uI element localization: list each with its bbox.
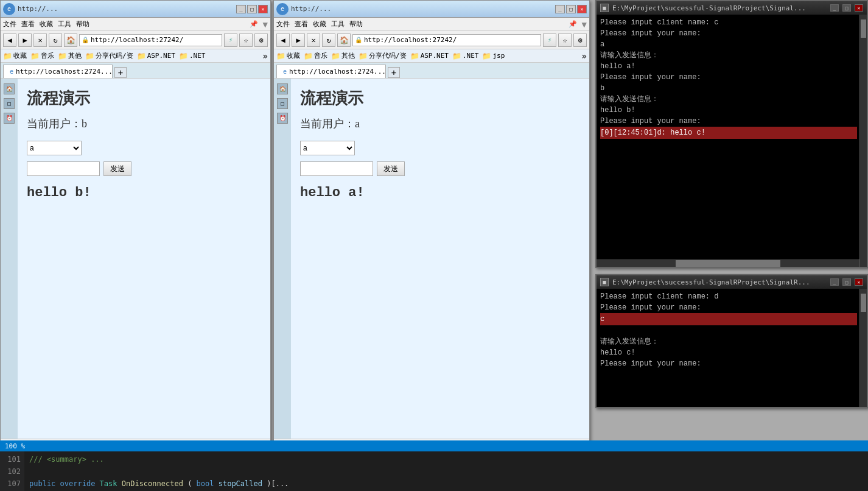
menu-view-1[interactable]: 查看 (21, 19, 35, 29)
menu-help-2[interactable]: 帮助 (349, 19, 363, 29)
browser-menubar-2: 文件 查看 收藏 工具 帮助 📌 ▼ (274, 18, 589, 31)
console-close-btn-2[interactable]: ✕ (855, 278, 863, 286)
pin-btn-1[interactable]: 📌 (250, 20, 258, 28)
browser-tab-2[interactable]: e http://localhost:2724... ✕ (276, 65, 386, 78)
forward-btn-2[interactable]: ▶ (292, 34, 305, 47)
browser-content-1: 🏠 □ ⏰ 流程演示 当前用户：b a b 发送 hello b! (1, 79, 270, 439)
menu-file-1[interactable]: 文件 (3, 19, 16, 29)
minimize-btn-1[interactable]: _ (236, 5, 246, 13)
more-bookmarks-1[interactable]: » (263, 51, 268, 61)
message-input-2[interactable] (300, 161, 373, 176)
go-btn-2[interactable]: ⚡ (543, 34, 556, 47)
bookmark-aspnet-1[interactable]: 📁 ASP.NET (137, 52, 175, 60)
bookmark-net-1[interactable]: 📁 .NET (179, 52, 206, 60)
bookmark-jsp-2[interactable]: 📁 jsp (482, 52, 505, 60)
bookmark-net-2[interactable]: 📁 .NET (452, 52, 479, 60)
console-content-1: Please input client name: c Please input… (597, 15, 867, 141)
back-btn-2[interactable]: ◀ (276, 34, 290, 47)
bookmark-favorites-1[interactable]: 📁 收藏 (3, 51, 27, 60)
menu-view-2[interactable]: 查看 (295, 19, 308, 29)
sidebar-clock-icon-2[interactable]: ⏰ (277, 113, 288, 124)
page-sidebar-1: 🏠 □ ⏰ (1, 79, 18, 439)
sidebar-home-icon-1[interactable]: 🏠 (4, 83, 15, 94)
new-tab-btn-1[interactable]: + (114, 67, 127, 78)
refresh-btn-2[interactable]: ↻ (322, 34, 335, 47)
folder-icon-3: 📁 (58, 52, 67, 60)
restore-btn-1[interactable]: □ (247, 5, 257, 13)
close-btn-1[interactable]: ✕ (258, 5, 268, 13)
home-btn-2[interactable]: 🏠 (337, 34, 351, 47)
menu-favorites-1[interactable]: 收藏 (40, 19, 53, 29)
star-btn-2[interactable]: ☆ (558, 34, 572, 47)
sidebar-doc-icon-2[interactable]: □ (277, 98, 288, 109)
console-restore-btn-1[interactable]: □ (842, 4, 851, 12)
restore-btn-2[interactable]: □ (566, 5, 576, 13)
more-bookmarks-2[interactable]: » (582, 51, 587, 61)
console-line-1-3: a (600, 40, 604, 49)
console-restore-btn-2[interactable]: □ (842, 278, 851, 286)
browser-tab-1[interactable]: e http://localhost:2724... ✕ (3, 65, 113, 78)
user-select-1[interactable]: a b (27, 141, 82, 155)
menu-tools-2[interactable]: 工具 (331, 19, 345, 29)
message-input-1[interactable] (27, 161, 100, 176)
console-hscrollbar-1[interactable] (597, 260, 859, 267)
code-line-1: /// <summary> ... (29, 453, 863, 465)
address-bar-1[interactable]: 🔒 http://localhost:27242/ (79, 34, 222, 46)
console-scrollbar-2[interactable] (859, 289, 867, 407)
console-min-btn-1[interactable]: _ (830, 4, 839, 12)
go-btn-1[interactable]: ⚡ (224, 34, 237, 47)
user-select-2[interactable]: a b (300, 141, 355, 155)
bookmark-other-1[interactable]: 📁 其他 (58, 51, 82, 60)
bookmark-music-2[interactable]: 📁 音乐 (304, 51, 327, 60)
home-btn-1[interactable]: 🏠 (64, 34, 77, 47)
tool-btn-2[interactable]: ⚙ (573, 34, 587, 47)
tab-label-2: http://localhost:2724... (289, 68, 386, 76)
console-close-btn-1[interactable]: ✕ (855, 4, 863, 12)
browser-toolbar-1: ◀ ▶ ✕ ↻ 🏠 🔒 http://localhost:27242/ ⚡ ☆ … (1, 31, 270, 49)
pin-btn-2[interactable]: 📌 (569, 20, 577, 28)
sidebar-clock-icon-1[interactable]: ⏰ (4, 113, 15, 124)
expand-btn-1[interactable]: ▼ (263, 19, 268, 29)
console-title-text-2: E:\MyProject\successful-SignalRProject\S… (612, 278, 827, 286)
bookmark-share-1[interactable]: 📁 分享代码/资 (85, 51, 133, 60)
bookmark-aspnet-2[interactable]: 📁 ASP.NET (410, 52, 449, 60)
console-titlebar-1: ■ E:\MyProject\successful-SignalRProject… (597, 1, 867, 15)
message-row-2: 发送 (300, 161, 580, 176)
send-button-1[interactable]: 发送 (103, 161, 131, 176)
console-highlight-2: c (600, 313, 857, 325)
refresh-btn-1[interactable]: ↻ (49, 34, 62, 47)
send-button-2[interactable]: 发送 (377, 161, 405, 176)
bookmark-other-2[interactable]: 📁 其他 (331, 51, 355, 60)
bookmark-favorites-2[interactable]: 📁 收藏 (276, 51, 300, 60)
console-scrollbar-1[interactable] (859, 15, 867, 267)
message-display-1: hello b! (27, 185, 261, 200)
sidebar-home-icon-2[interactable]: 🏠 (277, 83, 288, 94)
expand-btn-2[interactable]: ▼ (582, 19, 587, 29)
bookmark-label-5: ASP.NET (147, 52, 175, 60)
console-min-btn-2[interactable]: _ (830, 278, 839, 286)
menu-help-1[interactable]: 帮助 (76, 19, 89, 29)
bookmark-music-1[interactable]: 📁 音乐 (30, 51, 54, 60)
menu-file-2[interactable]: 文件 (276, 19, 290, 29)
bookmark-share-2[interactable]: 📁 分享代码/资 (359, 51, 407, 60)
address-bar-2[interactable]: 🔒 http://localhost:27242/ (352, 34, 541, 46)
folder-icon-b5: 📁 (410, 52, 419, 60)
sidebar-doc-icon-1[interactable]: □ (4, 98, 15, 109)
back-btn-1[interactable]: ◀ (3, 34, 16, 47)
tool-btn-1[interactable]: ⚙ (254, 34, 268, 47)
minimize-btn-2[interactable]: _ (555, 5, 565, 13)
page-title-2: 流程演示 (300, 88, 580, 109)
browser-window-1: e http://... _ □ ✕ 文件 查看 收藏 工具 帮助 📌 ▼ ◀ … (0, 0, 271, 454)
bookmark-label-b4: 分享代码/资 (369, 51, 407, 60)
menu-favorites-2[interactable]: 收藏 (313, 19, 326, 29)
stop-btn-1[interactable]: ✕ (33, 34, 47, 47)
star-btn-1[interactable]: ☆ (239, 34, 253, 47)
close-btn-2[interactable]: ✕ (577, 5, 587, 13)
console-line-1-10: Please input your name: (600, 117, 701, 125)
console-scrollbar-thumb-2 (861, 294, 866, 312)
stop-btn-2[interactable]: ✕ (307, 34, 320, 47)
editor-code: /// <summary> ... public override Task O… (24, 451, 868, 491)
forward-btn-1[interactable]: ▶ (18, 34, 32, 47)
new-tab-btn-2[interactable]: + (388, 67, 400, 78)
menu-tools-1[interactable]: 工具 (58, 19, 71, 29)
